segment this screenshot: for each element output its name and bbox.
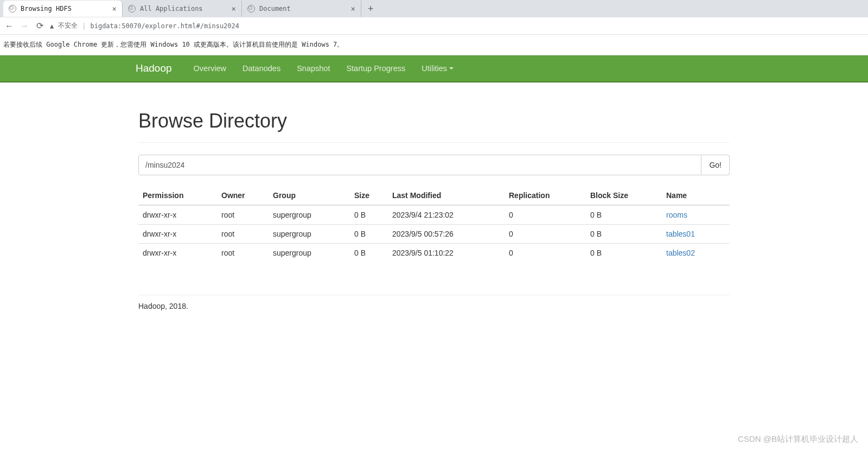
cell-permission: drwxr-xr-x: [138, 225, 217, 244]
tab-title: All Applications: [140, 5, 203, 12]
back-button[interactable]: ←: [4, 21, 14, 31]
globe-icon: [9, 5, 16, 12]
cell-owner: root: [217, 225, 269, 244]
tab-title: Document: [259, 5, 291, 12]
cell-permission: drwxr-xr-x: [138, 244, 217, 263]
nav-utilities[interactable]: Utilities: [413, 55, 462, 81]
col-size: Size: [350, 186, 388, 205]
cell-group: supergroup: [269, 225, 350, 244]
col-permission: Permission: [138, 186, 217, 205]
cell-modified: 2023/9/4 21:23:02: [388, 205, 505, 225]
browser-tab[interactable]: Document ×: [242, 1, 361, 17]
table-row: drwxr-xr-x root supergroup 0 B 2023/9/4 …: [138, 205, 730, 225]
warning-icon: ▲: [50, 22, 54, 30]
chevron-down-icon: [449, 67, 454, 69]
nav-utilities-label: Utilities: [422, 64, 447, 73]
col-name: Name: [662, 186, 730, 205]
cell-group: supergroup: [269, 205, 350, 225]
path-input[interactable]: [138, 155, 701, 175]
close-icon[interactable]: ×: [112, 4, 117, 13]
nav-snapshot[interactable]: Snapshot: [289, 55, 338, 81]
footer: Hadoop, 2018.: [138, 295, 730, 310]
cell-permission: drwxr-xr-x: [138, 205, 217, 225]
page-title: Browse Directory: [138, 110, 730, 132]
cell-owner: root: [217, 205, 269, 225]
table-row: drwxr-xr-x root supergroup 0 B 2023/9/5 …: [138, 244, 730, 263]
cell-modified: 2023/9/5 01:10:22: [388, 244, 505, 263]
browser-tab[interactable]: All Applications ×: [123, 1, 242, 17]
chrome-update-banner: 若要接收后续 Google Chrome 更新，您需使用 Windows 10 …: [0, 35, 868, 55]
cell-replication: 0: [505, 225, 586, 244]
reload-button[interactable]: ⟳: [35, 21, 44, 31]
insecure-label: 不安全: [58, 21, 78, 30]
url-text: bigdata:50070/explorer.html#/minsu2024: [90, 22, 239, 30]
browser-tabs: Browsing HDFS × All Applications × Docum…: [0, 0, 868, 17]
tab-title: Browsing HDFS: [21, 5, 72, 12]
browser-tab-active[interactable]: Browsing HDFS ×: [3, 1, 123, 17]
cell-group: supergroup: [269, 244, 350, 263]
hadoop-navbar: Hadoop Overview Datanodes Snapshot Start…: [0, 55, 868, 82]
table-row: drwxr-xr-x root supergroup 0 B 2023/9/5 …: [138, 225, 730, 244]
cell-block-size: 0 B: [586, 205, 662, 225]
close-icon[interactable]: ×: [232, 4, 236, 13]
file-link[interactable]: rooms: [666, 211, 687, 219]
close-icon[interactable]: ×: [351, 4, 355, 13]
col-last-modified: Last Modified: [388, 186, 505, 205]
globe-icon: [128, 5, 136, 12]
main-container: Browse Directory Go! Permission Owner Gr…: [138, 82, 730, 310]
cell-block-size: 0 B: [586, 244, 662, 263]
address-bar: ← → ⟳ ▲ 不安全 | bigdata:50070/explorer.htm…: [0, 17, 868, 35]
nav-overview[interactable]: Overview: [186, 55, 234, 81]
col-group: Group: [269, 186, 350, 205]
table-header-row: Permission Owner Group Size Last Modifie…: [138, 186, 730, 205]
nav-startup-progress[interactable]: Startup Progress: [338, 55, 413, 81]
url-field[interactable]: ▲ 不安全 | bigdata:50070/explorer.html#/min…: [50, 21, 864, 30]
col-replication: Replication: [505, 186, 586, 205]
cell-size: 0 B: [350, 205, 388, 225]
new-tab-button[interactable]: +: [361, 3, 380, 15]
brand[interactable]: Hadoop: [136, 62, 180, 74]
cell-replication: 0: [505, 244, 586, 263]
path-input-group: Go!: [138, 155, 730, 175]
file-link[interactable]: tables02: [666, 249, 695, 257]
browser-chrome: Browsing HDFS × All Applications × Docum…: [0, 0, 868, 35]
cell-size: 0 B: [350, 225, 388, 244]
divider: [138, 142, 730, 143]
nav-datanodes[interactable]: Datanodes: [234, 55, 289, 81]
cell-size: 0 B: [350, 244, 388, 263]
file-link[interactable]: tables01: [666, 230, 695, 238]
col-block-size: Block Size: [586, 186, 662, 205]
globe-icon: [247, 5, 255, 12]
cell-owner: root: [217, 244, 269, 263]
go-button[interactable]: Go!: [701, 155, 730, 175]
col-owner: Owner: [217, 186, 269, 205]
cell-modified: 2023/9/5 00:57:26: [388, 225, 505, 244]
separator: |: [82, 22, 86, 30]
cell-replication: 0: [505, 205, 586, 225]
cell-block-size: 0 B: [586, 225, 662, 244]
forward-button[interactable]: →: [20, 21, 29, 31]
file-listing-table: Permission Owner Group Size Last Modifie…: [138, 186, 730, 262]
